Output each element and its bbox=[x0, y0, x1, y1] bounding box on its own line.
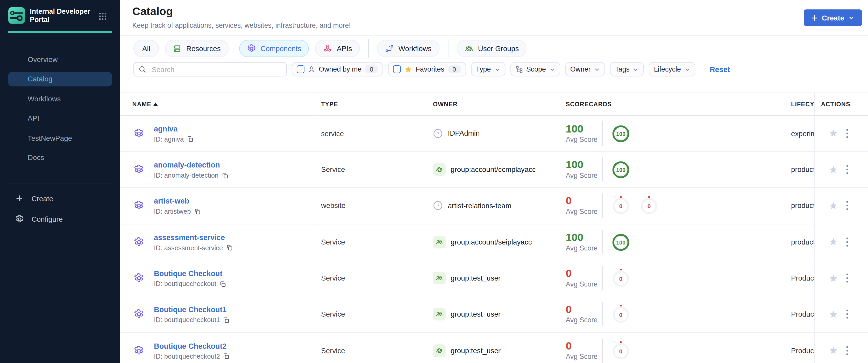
sidebar-item-testnewpage[interactable]: TestNewPage bbox=[8, 131, 112, 145]
entity-id: ID: artistweb bbox=[154, 208, 201, 215]
tab-workflows[interactable]: Workflows bbox=[377, 40, 439, 57]
favorite-star-icon[interactable] bbox=[828, 272, 839, 284]
entity-name-link[interactable]: agniva bbox=[154, 125, 178, 133]
entity-id: ID: boutiquecheckout bbox=[154, 280, 226, 288]
favorite-star-icon[interactable] bbox=[828, 344, 839, 356]
group-icon bbox=[433, 344, 446, 357]
table-row[interactable]: agnivaID: agnivaservice?IDPAdmin100Avg S… bbox=[120, 115, 868, 152]
page-header: Catalog Keep track of applications, serv… bbox=[120, 0, 868, 36]
search-input[interactable] bbox=[151, 65, 282, 74]
component-gear-icon bbox=[133, 345, 145, 356]
sidebar-item-docs[interactable]: Docs bbox=[8, 150, 112, 165]
tags-dropdown[interactable]: Tags bbox=[610, 62, 644, 77]
scorecards-cell: 0Avg Score0 bbox=[566, 302, 630, 327]
favorite-star-icon[interactable] bbox=[828, 127, 839, 139]
table-header-row: NAME TYPE OWNER SCORECARDS LIFECYCLE ACT… bbox=[120, 93, 868, 116]
scope-dropdown[interactable]: Scope bbox=[510, 62, 560, 77]
row-menu-icon[interactable] bbox=[845, 272, 849, 284]
owner-label: group:account/ccmplayacc bbox=[451, 165, 536, 174]
row-menu-icon[interactable] bbox=[845, 127, 849, 140]
catalog-table: NAME TYPE OWNER SCORECARDS LIFECYCLE ACT… bbox=[120, 93, 868, 363]
tab-resources[interactable]: Resources bbox=[165, 40, 228, 57]
column-header-scorecards[interactable]: SCORECARDS bbox=[566, 100, 612, 107]
score-divider bbox=[602, 157, 603, 182]
favorite-star-icon[interactable] bbox=[828, 163, 839, 175]
column-header-type[interactable]: TYPE bbox=[321, 100, 338, 107]
avg-score-value: 0 bbox=[566, 304, 602, 315]
tab-apis[interactable]: APIs bbox=[315, 40, 360, 57]
sidebar-configure-button[interactable]: Configure bbox=[8, 212, 112, 226]
table-row[interactable]: assessment-serviceID: assessment-service… bbox=[120, 224, 868, 260]
owner-dropdown[interactable]: Owner bbox=[565, 62, 605, 77]
type-dropdown[interactable]: Type bbox=[471, 62, 505, 77]
favorites-label: Favorites bbox=[416, 65, 444, 73]
table-row[interactable]: anomaly-detectionID: anomaly-detectionSe… bbox=[120, 152, 868, 188]
sidebar-item-overview[interactable]: Overview bbox=[8, 52, 112, 67]
entity-id: ID: agniva bbox=[154, 135, 194, 143]
score-divider bbox=[602, 121, 603, 146]
row-menu-icon[interactable] bbox=[845, 236, 849, 248]
entity-name-link[interactable]: anomaly-detection bbox=[154, 161, 220, 169]
copy-icon[interactable] bbox=[219, 280, 226, 288]
app-grid-icon[interactable] bbox=[98, 12, 107, 23]
copy-icon[interactable] bbox=[223, 353, 230, 360]
sidebar-item-workflows[interactable]: Workflows bbox=[8, 92, 112, 106]
sidebar-item-catalog[interactable]: Catalog bbox=[8, 72, 112, 86]
group-icon bbox=[433, 272, 446, 284]
create-button[interactable]: Create bbox=[804, 9, 862, 26]
entity-name-link[interactable]: assessment-service bbox=[154, 233, 225, 242]
column-header-name[interactable]: NAME bbox=[132, 100, 158, 107]
svg-text:100: 100 bbox=[616, 130, 625, 137]
row-menu-icon[interactable] bbox=[845, 200, 849, 212]
entity-name-link[interactable]: Boutique Checkout1 bbox=[154, 306, 226, 314]
entity-name-link[interactable]: Boutique Checkout bbox=[154, 269, 222, 278]
favorites-filter[interactable]: Favorites 0 bbox=[388, 62, 466, 77]
owner-cell: group:test_user bbox=[433, 344, 501, 357]
row-menu-icon[interactable] bbox=[845, 344, 849, 357]
copy-icon[interactable] bbox=[223, 316, 230, 324]
avg-score-label: Avg Score bbox=[566, 208, 602, 216]
sidebar-item-api[interactable]: API bbox=[8, 111, 112, 125]
tab-user-groups[interactable]: User Groups bbox=[457, 40, 527, 57]
favorite-star-icon[interactable] bbox=[828, 236, 839, 248]
component-gear-icon bbox=[133, 309, 145, 320]
actions-cell bbox=[814, 115, 868, 151]
tab-all[interactable]: All bbox=[133, 40, 159, 57]
favorite-star-icon[interactable] bbox=[828, 200, 839, 212]
type-cell: Service bbox=[321, 310, 345, 319]
table-row[interactable]: Boutique Checkout1ID: boutiquecheckout1S… bbox=[120, 296, 868, 333]
copy-icon[interactable] bbox=[187, 135, 194, 143]
actions-cell bbox=[814, 152, 868, 187]
reset-filters-link[interactable]: Reset bbox=[710, 65, 730, 73]
entity-name-link[interactable]: artist-web bbox=[154, 197, 189, 205]
copy-icon[interactable] bbox=[193, 208, 201, 215]
sidebar-create-button[interactable]: Create bbox=[8, 191, 112, 206]
owned-by-me-checkbox[interactable] bbox=[297, 65, 305, 73]
owner-cell: group:account/ccmplayacc bbox=[433, 163, 536, 176]
owned-by-me-filter[interactable]: Owned by me 0 bbox=[292, 62, 383, 77]
name-cell: assessment-serviceID: assessment-service bbox=[154, 232, 233, 252]
column-header-owner[interactable]: OWNER bbox=[433, 100, 458, 107]
name-column-divider bbox=[313, 93, 313, 363]
component-gear-icon bbox=[133, 200, 145, 211]
type-cell: Service bbox=[321, 346, 345, 355]
table-row[interactable]: Boutique Checkout2ID: boutiquecheckout2S… bbox=[120, 333, 868, 363]
column-header-actions: ACTIONS bbox=[814, 93, 868, 115]
table-row[interactable]: artist-webID: artistwebwebsite?artist-re… bbox=[120, 188, 868, 224]
copy-icon[interactable] bbox=[221, 172, 228, 179]
row-menu-icon[interactable] bbox=[845, 308, 849, 321]
copy-icon[interactable] bbox=[226, 244, 233, 251]
lifecycle-dropdown[interactable]: Lifecycle bbox=[649, 62, 695, 77]
favorites-checkbox[interactable] bbox=[393, 65, 401, 73]
scope-dropdown-label: Scope bbox=[526, 65, 546, 73]
favorite-star-icon[interactable] bbox=[828, 308, 839, 320]
sidebar-nav: Overview Catalog Workflows API TestNewPa… bbox=[8, 52, 112, 170]
name-cell: anomaly-detectionID: anomaly-detection bbox=[154, 160, 228, 179]
sidebar: Internal Developer Portal Overview Catal… bbox=[0, 0, 120, 363]
svg-text:100: 100 bbox=[616, 239, 625, 246]
row-menu-icon[interactable] bbox=[845, 163, 849, 176]
table-row[interactable]: Boutique CheckoutID: boutiquecheckoutSer… bbox=[120, 260, 868, 297]
tab-components[interactable]: Components bbox=[239, 40, 309, 57]
svg-text:?: ? bbox=[437, 203, 439, 209]
entity-name-link[interactable]: Boutique Checkout2 bbox=[154, 342, 226, 350]
